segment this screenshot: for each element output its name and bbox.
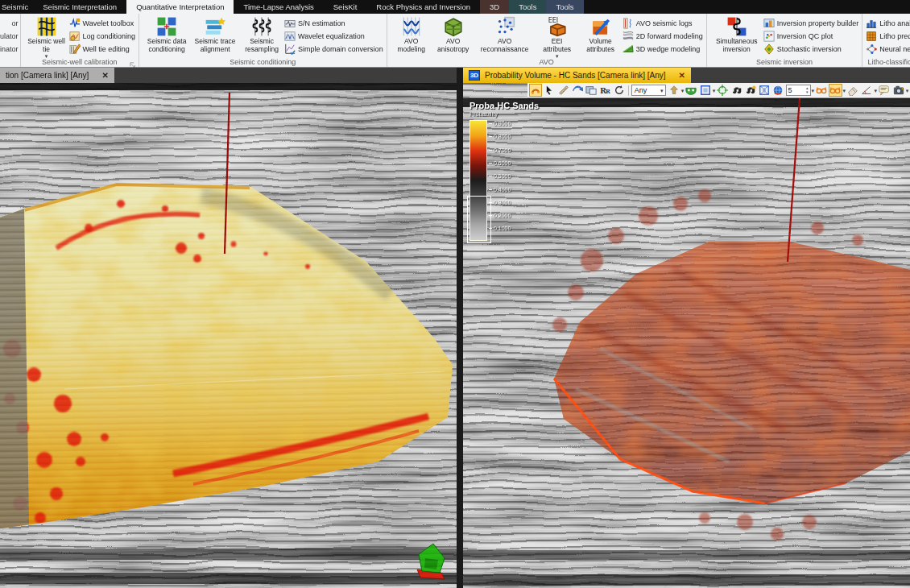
chevron-down-icon: ▾ [906, 88, 909, 93]
measure-icon [558, 85, 569, 96]
legend-tick: 0.3000 [489, 200, 511, 205]
tab-rock-physics-inversion[interactable]: Rock Physics and Inversion [366, 0, 480, 14]
measure-tool-button[interactable] [557, 84, 570, 97]
globe-icon [772, 85, 784, 96]
close-icon[interactable]: ✕ [101, 71, 108, 80]
eei-attributes-button[interactable]: EEI EEI attributes ▾ [536, 15, 579, 60]
window-tool-button[interactable] [585, 84, 598, 97]
right-title-tab[interactable]: 3D Probability Volume - HC Sands [Camera… [463, 68, 691, 83]
inversion-property-builder-button[interactable]: Inversion property builder [763, 17, 859, 29]
legend-range-box[interactable] [467, 196, 491, 243]
tab-quantitative-interpretation[interactable]: Quantitative Interpretation [126, 0, 234, 14]
stochastic-inversion-button[interactable]: Stochastic inversion [763, 43, 859, 55]
world-view-button[interactable] [771, 84, 784, 97]
sn-estimation-icon [284, 18, 296, 29]
wavelet-toolbox-label: Wavelet toolbox [83, 19, 134, 27]
simple-domain-conversion-label: Simple domain conversion [298, 45, 383, 53]
angle-measure-button[interactable] [860, 84, 873, 97]
avo-seismic-logs-button[interactable]: AVO seismic logs [623, 17, 703, 29]
avo-modeling-icon [401, 16, 422, 37]
chevron-down-icon: ▾ [681, 88, 685, 93]
volume-box-button[interactable] [758, 84, 771, 97]
simple-domain-conversion-button[interactable]: Simple domain conversion [284, 43, 383, 55]
neural-net-button[interactable]: Neural net [866, 43, 910, 55]
svg-text:EEI: EEI [548, 16, 558, 24]
bounding-box-button[interactable] [698, 84, 711, 97]
rotate-tool-button[interactable] [613, 84, 626, 97]
litho-prediction-button[interactable]: Litho prediction [866, 30, 910, 42]
spin-down-icon[interactable]: ▾ [806, 90, 809, 94]
chevron-down-icon: ▾ [812, 88, 815, 93]
avo-reconnaissance-button[interactable]: AVO reconnaissance [474, 15, 536, 54]
tab-3d[interactable]: 3D [480, 0, 509, 14]
well-tie-editing-label: Well tie editing [83, 45, 130, 53]
tab-time-lapse-analysis[interactable]: Time-Lapse Analysis [234, 0, 323, 14]
3d-wedge-modeling-button[interactable]: 3D wedge modeling [623, 43, 703, 55]
annotation-button[interactable] [878, 84, 891, 97]
wavelet-toolbox-button[interactable]: Wavelet toolbox [69, 17, 136, 29]
avo-modeling-button[interactable]: AVO modeling [391, 15, 432, 54]
select-cursor-button[interactable] [543, 84, 556, 97]
visibility-mask-button[interactable] [685, 84, 697, 97]
view-toolbar: RR Any ▾ ▾ ▾ 5 ▴▾ [527, 83, 910, 98]
view-home-button[interactable] [667, 84, 680, 97]
well-tie-editing-button[interactable]: Well tie editing [69, 43, 136, 55]
reservoir-tool-button[interactable]: RR [598, 84, 611, 97]
tab-seismic[interactable]: Seismic [0, 0, 33, 14]
right-3d-viewport[interactable]: RR Any ▾ ▾ ▾ 5 ▴▾ [463, 83, 910, 588]
left-title-tab[interactable]: tion [Camera link] [Any] ✕ [0, 68, 114, 83]
volume-attributes-button[interactable]: Volume attributes [579, 15, 623, 54]
left-3d-window: tion [Camera link] [Any] ✕ [0, 68, 457, 588]
seismic-resampling-button[interactable]: Seismic resampling [239, 15, 284, 54]
cursor-icon [544, 85, 555, 96]
tab-seiskit[interactable]: SeisKit [324, 0, 367, 14]
sn-estimation-button[interactable]: S/N estimation [284, 17, 383, 29]
log-conditioning-label: Log conditioning [83, 32, 136, 40]
well-tie-editing-icon [69, 43, 81, 55]
seismic-data-conditioning-button[interactable]: Seismic data conditioning [143, 15, 191, 54]
avo-modeling-label: AVO modeling [392, 38, 431, 53]
eraser-icon [847, 85, 858, 96]
inversion-qc-plot-button[interactable]: Inversion QC plot [763, 30, 859, 42]
cut-label-3: inator [0, 43, 19, 56]
pan-tool-button[interactable] [571, 84, 584, 97]
log-conditioning-icon [69, 31, 81, 42]
tab-tools-1[interactable]: Tools [509, 0, 546, 14]
frame-icon [700, 85, 711, 96]
domain-select[interactable]: Any ▾ [631, 85, 667, 96]
litho-analysis-button[interactable]: Litho analysis [866, 17, 910, 29]
cut-label-2: ulator [0, 30, 19, 43]
layer-count-spinner[interactable]: 5 ▴▾ [786, 85, 811, 96]
group-seismic-inversion: Simultaneous inversion Inversion propert… [707, 14, 863, 67]
cube-icon [759, 85, 770, 96]
avo-anisotropy-button[interactable]: AVO anisotropy [432, 15, 474, 54]
crosshair-icon [717, 85, 728, 96]
seismic-resampling-label: Seismic resampling [241, 38, 283, 53]
recenter-button[interactable] [716, 84, 729, 97]
chevron-down-icon: ▾ [875, 88, 878, 93]
stereo-view-button[interactable] [815, 84, 828, 97]
probe-tool-button[interactable] [529, 84, 542, 97]
chevron-down-icon: ▾ [713, 88, 716, 93]
eraser-tool-button[interactable] [846, 84, 859, 97]
seismic-trace-alignment-button[interactable]: Seismic trace alignment [191, 15, 239, 54]
inspect-button[interactable] [730, 84, 742, 97]
simultaneous-inversion-button[interactable]: Simultaneous inversion [710, 15, 763, 54]
2d-forward-modeling-label: 2D forward modeling [636, 32, 703, 40]
inspect-settings-button[interactable] [744, 84, 757, 97]
seismic-well-tie-button[interactable]: Seismic well tie ▾ [24, 15, 69, 60]
tab-tools-2[interactable]: Tools [546, 0, 583, 14]
group-litho-classification: Litho analysis Litho prediction Neural n… [862, 14, 910, 67]
2d-forward-modeling-button[interactable]: 2D forward modeling [623, 30, 703, 42]
ribbon-cut-column: or ulator inator [0, 14, 21, 67]
left-3d-viewport[interactable] [0, 83, 457, 588]
right-title-text: Probability Volume - HC Sands [Camera li… [485, 71, 666, 80]
snapshot-button[interactable] [891, 84, 904, 97]
stereo-active-button[interactable] [829, 84, 842, 97]
log-conditioning-button[interactable]: Log conditioning [69, 30, 136, 42]
dialog-launcher-icon[interactable] [129, 58, 137, 66]
tab-seismic-interpretation[interactable]: Seismic Interpretation [33, 0, 126, 14]
wavelet-equalization-button[interactable]: Wavelet equalization [284, 30, 383, 42]
panel-splitter[interactable] [457, 68, 463, 588]
close-icon[interactable]: ✕ [679, 71, 685, 80]
